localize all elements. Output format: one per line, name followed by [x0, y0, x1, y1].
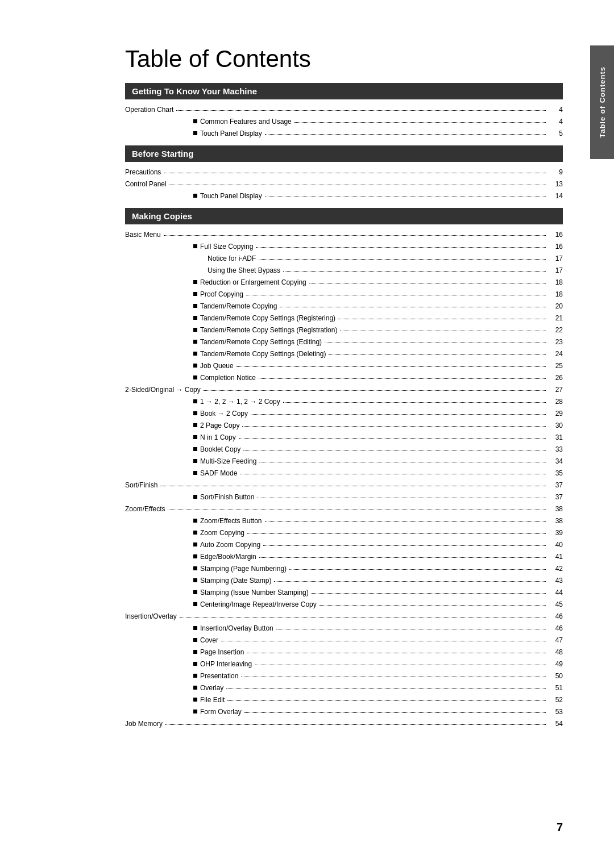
toc-label: Proof Copying — [193, 289, 243, 301]
toc-square-icon — [193, 316, 197, 320]
toc-page-number: 35 — [549, 468, 563, 479]
side-tab-label: Table of Contents — [598, 66, 607, 138]
toc-entry: File Edit52 — [125, 694, 563, 706]
toc-dots — [244, 712, 546, 713]
toc-page-number: 14 — [549, 190, 563, 202]
toc-page-number: 42 — [549, 563, 563, 575]
toc-page-number: 37 — [549, 479, 563, 491]
toc-dots — [283, 402, 546, 403]
toc-page-number: 18 — [549, 277, 563, 289]
toc-dots — [247, 653, 546, 653]
toc-label: Notice for i-ADF — [208, 253, 256, 265]
toc-page-number: 20 — [549, 301, 563, 312]
toc-dots — [283, 271, 546, 272]
toc-entry: Overlay51 — [125, 682, 563, 694]
toc-page-number: 45 — [549, 599, 563, 611]
toc-square-icon — [193, 662, 197, 666]
toc-entry: Tandem/Remote Copy Settings (Registering… — [125, 312, 563, 324]
toc-entry: Precautions9 — [125, 166, 563, 178]
toc-label: Touch Panel Display — [193, 128, 262, 140]
toc-square-icon — [193, 650, 197, 654]
toc-square-icon — [193, 638, 197, 642]
toc-entry: Job Queue25 — [125, 360, 563, 372]
toc-square-icon — [193, 686, 197, 690]
toc-page-number: 46 — [549, 611, 563, 623]
toc-label: Auto Zoom Copying — [193, 539, 260, 551]
toc-entry: Reduction or Enlargement Copying18 — [125, 277, 563, 289]
toc-entry: Completion Notice26 — [125, 372, 563, 384]
toc-page-number: 16 — [549, 241, 563, 253]
toc-section: Making CopiesBasic Menu16Full Size Copyi… — [125, 208, 563, 730]
toc-page-number: 30 — [549, 420, 563, 432]
toc-square-icon — [193, 244, 197, 248]
toc-dots — [338, 319, 546, 319]
toc-dots — [312, 593, 546, 594]
toc-square-icon — [193, 495, 197, 499]
toc-entry: Job Memory54 — [125, 718, 563, 730]
toc-page-number: 9 — [549, 166, 563, 178]
toc-entry: Control Panel13 — [125, 178, 563, 190]
toc-label: Touch Panel Display — [193, 190, 262, 202]
toc-page-number: 17 — [549, 265, 563, 277]
toc-page-number: 52 — [549, 694, 563, 706]
toc-label: Overlay — [193, 682, 223, 694]
toc-entry: Insertion/Overlay Button46 — [125, 623, 563, 635]
toc-square-icon — [193, 531, 197, 535]
toc-label: Page Insertion — [193, 646, 244, 658]
toc-page-number: 17 — [549, 253, 563, 265]
toc-dots — [265, 134, 546, 135]
toc-entry: Touch Panel Display14 — [125, 190, 563, 202]
toc-square-icon — [193, 602, 197, 606]
toc-label: Full Size Copying — [193, 241, 253, 253]
toc-page-number: 25 — [549, 360, 563, 372]
toc-label: Precautions — [125, 166, 161, 178]
toc-page-number: 43 — [549, 575, 563, 587]
toc-entry: Zoom/Effects38 — [125, 503, 563, 515]
toc-page-number: 54 — [549, 718, 563, 730]
toc-page-number: 46 — [549, 623, 563, 635]
toc-dots — [265, 197, 546, 197]
toc-dots — [164, 235, 546, 236]
toc-label: Control Panel — [125, 178, 167, 190]
toc-label: N in 1 Copy — [193, 432, 236, 444]
toc-entry: 1 → 2, 2 → 1, 2 → 2 Copy28 — [125, 396, 563, 408]
toc-label: Form Overlay — [193, 706, 242, 718]
toc-entry: Sort/Finish Button37 — [125, 491, 563, 503]
toc-dots — [240, 474, 546, 474]
toc-square-icon — [193, 292, 197, 296]
toc-entry: Operation Chart4 — [125, 104, 563, 116]
toc-label: Edge/Book/Margin — [193, 551, 256, 563]
toc-dots — [246, 295, 546, 295]
toc-page-number: 34 — [549, 456, 563, 468]
toc-entry: 2 Page Copy30 — [125, 420, 563, 432]
toc-entry: Zoom/Effects Button38 — [125, 515, 563, 527]
toc-page-number: 50 — [549, 670, 563, 682]
toc-square-icon — [193, 626, 197, 630]
section-header: Making Copies — [125, 208, 563, 224]
toc-square-icon — [193, 578, 197, 582]
toc-square-icon — [193, 280, 197, 284]
toc-entry: Notice for i-ADF17 — [125, 253, 563, 265]
toc-page-number: 16 — [549, 229, 563, 241]
page: Table of Contents Table of Contents Gett… — [0, 0, 614, 868]
toc-dots — [160, 486, 546, 486]
page-title: Table of Contents — [125, 45, 563, 73]
toc-square-icon — [193, 340, 197, 344]
toc-page-number: 22 — [549, 324, 563, 336]
toc-page-number: 39 — [549, 527, 563, 539]
toc-page-number: 26 — [549, 372, 563, 384]
toc-entry: Using the Sheet Bypass17 — [125, 265, 563, 277]
toc-square-icon — [193, 674, 197, 678]
toc-page-number: 4 — [549, 116, 563, 128]
toc-page-number: 41 — [549, 551, 563, 563]
toc-dots — [289, 569, 546, 570]
toc-page-number: 31 — [549, 432, 563, 444]
toc-page-number: 24 — [549, 348, 563, 360]
toc-entry: Tandem/Remote Copying20 — [125, 301, 563, 312]
toc-entry: Zoom Copying39 — [125, 527, 563, 539]
side-tab: Table of Contents — [590, 45, 614, 159]
toc-dots — [329, 354, 546, 355]
toc-label: Multi-Size Feeding — [193, 456, 256, 468]
toc-entry: Sort/Finish37 — [125, 479, 563, 491]
toc-label: Tandem/Remote Copying — [193, 301, 277, 312]
